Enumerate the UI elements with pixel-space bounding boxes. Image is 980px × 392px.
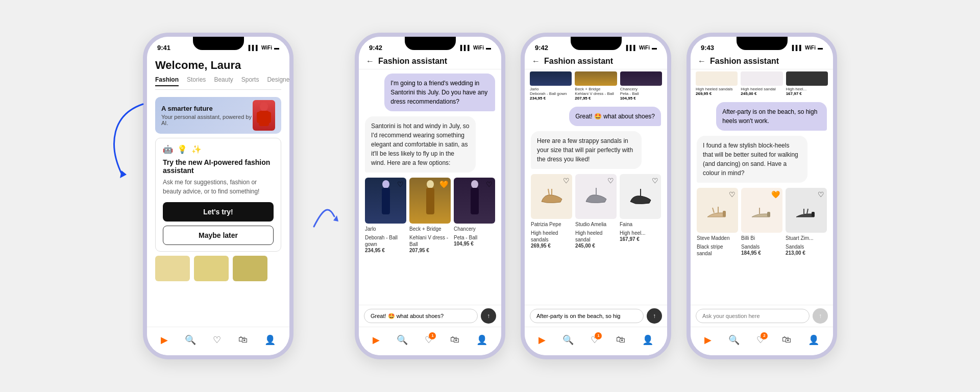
back-button-4[interactable]: ← (698, 57, 706, 66)
nav-title-2: Fashion assistant (378, 57, 447, 66)
shoe-img-4-1: ♡ (697, 188, 738, 233)
nav-bag-4[interactable]: 🛍 (782, 334, 791, 345)
product-img-2-1: ♡ (365, 178, 406, 224)
heart-3-2[interactable]: ♡ (607, 177, 614, 185)
product-strip (147, 256, 289, 281)
wifi-icon-2: WiFi (473, 45, 484, 51)
phone-1: 9:41 ▌▌▌ WiFi ▬ Welcome, Laura Fashion (143, 33, 293, 359)
tab-designer[interactable]: Designer (267, 76, 289, 86)
heart-4-2[interactable]: 🧡 (771, 190, 780, 199)
heart-4-1[interactable]: ♡ (729, 190, 736, 199)
nav-search-1[interactable]: 🔍 (185, 334, 196, 346)
robot-icon: 🤖 (163, 144, 173, 154)
chat-input-3[interactable] (530, 309, 644, 323)
p1-banner: A smarter future Your personal assistant… (155, 97, 281, 134)
nav-heart-1[interactable]: ♡ (213, 334, 221, 346)
phone-2-wrapper: 9:42 ▌▌▌ WiFi ▬ ← Fashion assistant (355, 33, 505, 359)
products-row-4: ♡ Steve Madden Black stripe s (697, 188, 827, 257)
nav-bag-1[interactable]: 🛍 (238, 334, 248, 345)
product-brand-3-3: Faina (620, 221, 661, 228)
send-button-2[interactable]: ↑ (481, 308, 496, 324)
chat-input-2[interactable] (364, 309, 478, 323)
nav-user-4[interactable]: 👤 (808, 334, 819, 346)
signal-icon-3: ▌▌▌ (626, 45, 637, 51)
svg-point-10 (471, 180, 478, 188)
tab-sports[interactable]: Sports (241, 76, 259, 86)
product-name-2-1: Deborah - Ball gown (365, 234, 406, 248)
nav-heart-4[interactable]: ♡ 2 (756, 334, 765, 346)
svg-line-23 (807, 209, 808, 214)
phone-1-inner: 9:41 ▌▌▌ WiFi ▬ Welcome, Laura Fashion (147, 37, 289, 355)
nav-heart-2[interactable]: ♡ 1 (425, 334, 433, 346)
arrow-p1-p2 (309, 196, 339, 237)
tab-beauty[interactable]: Beauty (214, 76, 233, 86)
shoe-img-4-3: ♡ (786, 188, 827, 233)
chat-input-4[interactable] (696, 309, 810, 323)
card-title: Try the new AI-powered fashion assistant (163, 158, 274, 175)
svg-line-17 (713, 208, 714, 213)
product-price-3-1: 269,95 € (531, 243, 572, 249)
heart-2-1[interactable]: ♡ (397, 180, 404, 188)
chat-area-3: Great! 🤩 what about shoes? Here are a fe… (525, 103, 667, 266)
heart-icon-1: ♡ (213, 334, 221, 346)
status-icons-1: ▌▌▌ WiFi ▬ (249, 45, 279, 51)
p4-top-name2: High heeled sandal (741, 87, 782, 91)
product-price-4-1: 250,00 € (697, 257, 738, 257)
bot-message-2-1: Santorini is hot and windy in July, so I… (371, 122, 470, 166)
nav-play-4[interactable]: ▶ (704, 334, 712, 346)
p3-top-name3: Peta - Ball (620, 91, 662, 96)
signal-icon-4: ▌▌▌ (792, 45, 803, 51)
p4-top-price1: 269,95 € (696, 91, 738, 96)
nav-user-3[interactable]: 👤 (642, 334, 653, 346)
bag-icon-3: 🛍 (616, 334, 625, 345)
bag-icon-1: 🛍 (238, 334, 248, 345)
lets-try-button[interactable]: Let's try! (163, 202, 274, 222)
tab-fashion[interactable]: Fashion (155, 76, 179, 86)
p4-top-p2: High heeled sandal 245,00 € (741, 71, 782, 96)
nav-user-1[interactable]: 👤 (264, 334, 276, 346)
p3-top-price3: 104,95 € (620, 96, 662, 101)
shoe-svg-3-3 (628, 184, 653, 209)
annotation-arrow-1 (102, 94, 153, 186)
product-mini-2 (194, 256, 229, 281)
back-button-2[interactable]: ← (366, 57, 374, 66)
svg-rect-21 (812, 212, 815, 217)
bag-icon-2: 🛍 (450, 334, 459, 345)
battery-icon-2: ▬ (486, 45, 491, 51)
phone-4-inner: 9:43 ▌▌▌ WiFi ▬ ← Fashion assistant (691, 37, 833, 355)
p3-top-price1: 234,95 € (530, 96, 572, 101)
send-button-4[interactable]: ↑ (813, 308, 828, 324)
nav-search-3[interactable]: 🔍 (562, 334, 574, 346)
p1-tabs: Fashion Stories Beauty Sports Designer (155, 76, 281, 90)
nav-search-2[interactable]: 🔍 (397, 334, 408, 346)
product-card-3-2: ♡ Studio Amelia High heeled sandal 245,0… (575, 174, 617, 249)
p4-top-name3: High heel... (786, 87, 828, 91)
nav-play-1[interactable]: ▶ (161, 334, 168, 346)
p4-top-name1: High heeled sandals (696, 87, 738, 91)
send-button-3[interactable]: ↑ (647, 308, 662, 324)
nav-user-2[interactable]: 👤 (476, 334, 487, 346)
svg-rect-19 (767, 212, 770, 217)
time-3: 9:42 (535, 44, 548, 52)
nav-bag-2[interactable]: 🛍 (450, 334, 459, 345)
nav-play-2[interactable]: ▶ (373, 334, 380, 346)
heart-3-3[interactable]: ♡ (652, 177, 658, 185)
heart-2-2[interactable]: 🧡 (439, 180, 448, 188)
product-brand-3-2: Studio Amelia (575, 221, 617, 228)
user-icon-4: 👤 (808, 334, 819, 346)
svg-point-8 (427, 180, 434, 188)
heart-2-3[interactable]: ♡ (486, 180, 493, 188)
dress-figure-2-3 (464, 180, 485, 218)
battery-icon-4: ▬ (818, 45, 823, 51)
back-button-3[interactable]: ← (532, 57, 540, 66)
nav-search-4[interactable]: 🔍 (728, 334, 740, 346)
user-icon-2: 👤 (476, 334, 487, 346)
nav-play-3[interactable]: ▶ (538, 334, 546, 346)
tab-stories[interactable]: Stories (187, 76, 206, 86)
nav-bag-3[interactable]: 🛍 (616, 334, 625, 345)
heart-3-1[interactable]: ♡ (563, 177, 570, 185)
maybe-later-button[interactable]: Maybe later (163, 226, 274, 245)
heart-4-3[interactable]: ♡ (818, 190, 824, 199)
product-price-3-2: 245,00 € (575, 243, 617, 249)
nav-heart-3[interactable]: ♡ 1 (591, 334, 599, 346)
